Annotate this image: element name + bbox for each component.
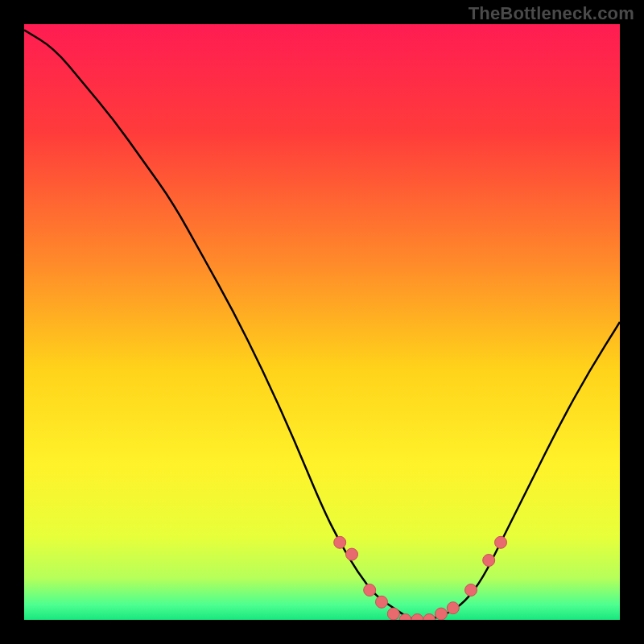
bottleneck-chart — [0, 0, 644, 644]
data-point — [399, 614, 411, 626]
data-point — [364, 584, 376, 597]
data-point — [465, 584, 477, 597]
data-point — [495, 536, 507, 548]
data-point — [483, 555, 495, 567]
data-point — [436, 608, 448, 620]
chart-frame: TheBottleneck.com — [0, 0, 644, 644]
data-point — [376, 596, 388, 608]
data-point — [387, 608, 399, 620]
data-point — [346, 548, 358, 560]
data-point — [411, 614, 423, 626]
data-point — [334, 536, 346, 548]
plot-background — [24, 24, 620, 620]
data-point — [447, 602, 459, 614]
data-point — [423, 614, 436, 626]
watermark-text: TheBottleneck.com — [469, 3, 634, 24]
